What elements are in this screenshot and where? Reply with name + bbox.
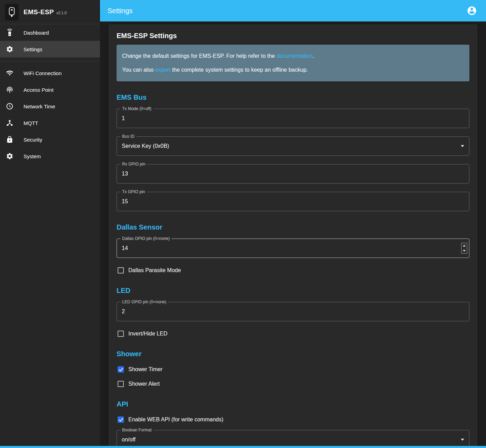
led-gpio-input[interactable]: [117, 302, 469, 321]
shower-timer-checkbox-row[interactable]: Shower Timer: [117, 365, 469, 374]
shower-timer-label: Shower Timer: [128, 366, 163, 373]
remote-device-icon: [6, 28, 14, 37]
page-title: Settings: [108, 7, 132, 15]
dallas-gpio-label: Dallas GPIO pin (0=none): [120, 236, 172, 241]
sidebar-item-label: Security: [24, 137, 42, 143]
gear-icon: [6, 152, 14, 160]
section-heading-ems-bus: EMS Bus: [117, 93, 469, 101]
sidebar: EMS-ESP v2.1.0 Dashboard Settings: [0, 0, 100, 446]
tx-gpio-field: Tx GPIO pin: [117, 192, 469, 211]
export-link[interactable]: export: [155, 67, 170, 73]
checkbox-icon[interactable]: [118, 267, 124, 274]
dallas-parasite-label: Dallas Parasite Mode: [128, 267, 181, 274]
settings-card: EMS-ESP Settings Change the default sett…: [108, 24, 478, 446]
rx-gpio-field: Rx GPIO pin: [117, 164, 469, 183]
sidebar-item-label: Dashboard: [24, 30, 49, 36]
card-title: EMS-ESP Settings: [117, 32, 469, 40]
dallas-gpio-input[interactable]: [117, 239, 469, 258]
documentation-link[interactable]: documentation: [276, 53, 313, 59]
sidebar-item-access-point[interactable]: Access Point: [0, 81, 100, 98]
bus-id-select[interactable]: Bus ID Service Key (0x0B): [117, 136, 469, 156]
shower-alert-label: Shower Alert: [128, 381, 160, 387]
tx-mode-label: Tx Mode (0=off): [120, 106, 153, 111]
led-gpio-label: LED GPIO pin (0=none): [120, 299, 168, 304]
info-text: .: [313, 53, 314, 59]
sidebar-item-security[interactable]: Security: [0, 131, 100, 148]
tx-gpio-input[interactable]: [117, 192, 469, 211]
sidebar-item-label: Network Time: [24, 104, 55, 109]
device-hub-icon: [6, 119, 14, 127]
sidebar-item-label: WiFi Connection: [24, 70, 62, 76]
checkbox-icon[interactable]: [118, 366, 124, 373]
wifi-tethering-icon: [6, 86, 14, 94]
number-stepper[interactable]: [461, 243, 467, 254]
info-line-2: You can also export the complete system …: [122, 66, 464, 74]
chevron-down-icon: [461, 439, 464, 441]
sidebar-item-label: System: [24, 153, 41, 159]
info-text: the complete system settings to keep an …: [171, 67, 308, 73]
rx-gpio-label: Rx GPIO pin: [120, 162, 147, 167]
enable-web-api-checkbox-row[interactable]: Enable WEB API (for write commands): [117, 415, 469, 424]
led-gpio-field: LED GPIO pin (0=none): [117, 302, 469, 321]
boolean-format-label: Boolean Format: [120, 428, 153, 432]
content-area: EMS-ESP Settings Change the default sett…: [100, 21, 486, 446]
app-logo: [5, 4, 19, 20]
tx-mode-field: Tx Mode (0=off): [117, 109, 469, 128]
account-button[interactable]: [465, 4, 478, 17]
info-line-1: Change the default settings for EMS-ESP.…: [122, 52, 464, 60]
checkbox-icon[interactable]: [118, 331, 124, 337]
bus-id-value: Service Key (0x0B): [117, 137, 469, 155]
boolean-format-value: on/off: [117, 430, 469, 446]
sidebar-item-dashboard[interactable]: Dashboard: [0, 24, 100, 41]
section-heading-shower: Shower: [117, 350, 469, 358]
info-box: Change the default settings for EMS-ESP.…: [117, 45, 469, 81]
app-version: v2.1.0: [56, 11, 67, 15]
sidebar-item-network-time[interactable]: Network Time: [0, 98, 100, 115]
sidebar-item-mqtt[interactable]: MQTT: [0, 115, 100, 131]
section-heading-api: API: [117, 400, 469, 408]
shower-alert-checkbox-row[interactable]: Shower Alert: [117, 380, 469, 388]
dallas-gpio-field: Dallas GPIO pin (0=none): [117, 239, 469, 258]
tx-gpio-label: Tx GPIO pin: [120, 189, 147, 194]
bottom-accent-bar: [0, 446, 486, 448]
bus-id-label: Bus ID: [120, 134, 136, 139]
section-heading-dallas-sensor: Dallas Sensor: [117, 223, 469, 231]
enable-web-api-label: Enable WEB API (for write commands): [128, 416, 223, 423]
lock-icon: [6, 135, 14, 144]
dallas-parasite-checkbox-row[interactable]: Dallas Parasite Mode: [117, 266, 469, 275]
sidebar-header: EMS-ESP v2.1.0: [0, 0, 100, 24]
rx-gpio-input[interactable]: [117, 164, 469, 183]
sidebar-item-label: MQTT: [24, 120, 38, 126]
account-circle-icon: [467, 6, 477, 16]
app-title: EMS-ESP: [24, 8, 54, 16]
main-column: Settings EMS-ESP Settings Change the def…: [100, 0, 486, 446]
invert-led-label: Invert/Hide LED: [128, 331, 167, 337]
ems-esp-logo-icon: [7, 7, 16, 17]
gear-icon: [6, 45, 14, 53]
sidebar-nav: Dashboard Settings WiFi Connection Acc: [0, 24, 100, 164]
sidebar-item-wifi-connection[interactable]: WiFi Connection: [0, 65, 100, 81]
stepper-down-icon[interactable]: [461, 248, 467, 253]
sidebar-item-label: Settings: [24, 46, 42, 52]
clock-icon: [6, 102, 14, 110]
checkbox-icon[interactable]: [118, 416, 124, 423]
sidebar-divider: [0, 61, 100, 61]
invert-led-checkbox-row[interactable]: Invert/Hide LED: [117, 330, 469, 338]
app-title-group: EMS-ESP v2.1.0: [24, 8, 67, 16]
checkbox-icon[interactable]: [118, 381, 124, 387]
stepper-up-icon[interactable]: [461, 243, 467, 248]
tx-mode-input[interactable]: [117, 109, 469, 128]
sidebar-item-system[interactable]: System: [0, 148, 100, 164]
boolean-format-select[interactable]: Boolean Format on/off: [117, 430, 469, 446]
appbar: Settings: [100, 0, 486, 21]
info-text: Change the default settings for EMS-ESP.…: [122, 53, 276, 59]
sidebar-item-label: Access Point: [24, 87, 54, 93]
chevron-down-icon: [461, 145, 464, 147]
app-root: EMS-ESP v2.1.0 Dashboard Settings: [0, 0, 486, 446]
section-heading-led: LED: [117, 287, 469, 295]
info-text: You can also: [122, 67, 155, 73]
wifi-icon: [6, 69, 14, 77]
sidebar-item-settings[interactable]: Settings: [0, 41, 100, 57]
